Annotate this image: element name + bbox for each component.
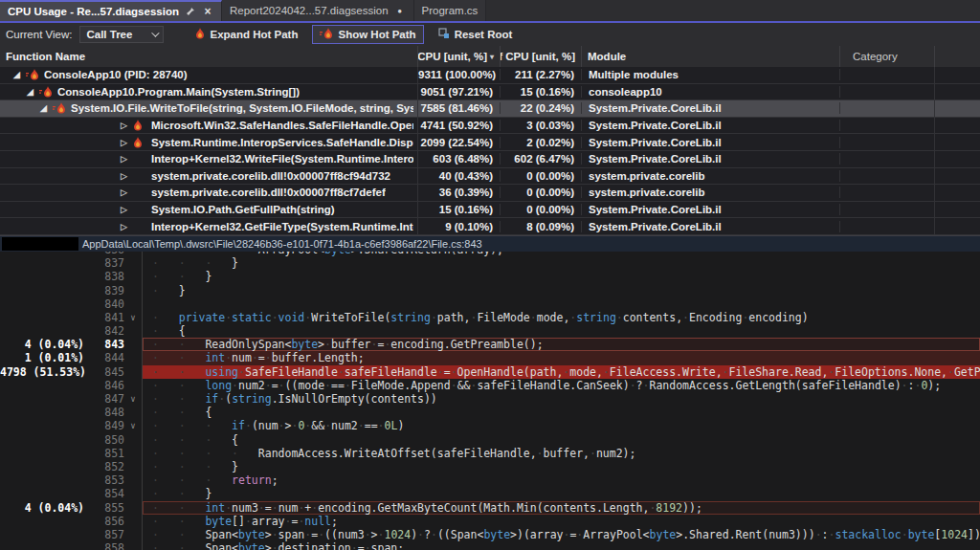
tree-expand-icon[interactable]: ▷ [119,222,129,231]
self-cpu-value: 211 (2.27%) [501,69,582,80]
code-text: · · · if·(num·>·0·&&·num2·==·0L) [142,419,980,432]
table-row[interactable]: ▷Interop+Kernel32.WriteFile(System.Runti… [0,151,980,168]
self-cpu-value: 2 (0.02%) [501,137,582,148]
tree-expand-icon[interactable]: ▷ [119,138,129,147]
code-line: 854· · } [0,487,980,500]
self-cpu-value: 15 (0.16%) [501,86,582,98]
cpu-heat-annotation [0,433,88,447]
self-cpu-value: 602 (6.47%) [501,153,582,165]
view-select-dropdown[interactable]: Call Tree [79,26,164,43]
table-row[interactable]: ▷system.private.corelib.dll!0x00007ff8cf… [0,168,980,186]
category-value [840,67,935,83]
document-tab-2[interactable]: Report2024042...57.diagsession● [222,0,414,21]
code-line: 4 (0.04%)843· · ReadOnlySpan<byte>·buffe… [0,338,980,351]
tree-expand-icon[interactable]: ▷ [119,187,129,197]
code-line: 850· · · { [0,433,980,447]
line-number: 856 [88,515,124,528]
module-value: Multiple modules [582,69,840,80]
tree-collapse-icon[interactable]: ◢ [38,103,49,113]
category-value [840,185,935,201]
line-number: 858 [88,541,124,550]
fold-chevron-icon[interactable]: ∨ [124,419,142,432]
view-select-value: Call Tree [86,29,132,40]
column-header-module[interactable]: Module [582,46,840,67]
reset-root-icon [438,28,450,39]
tree-expand-icon[interactable]: ▷ [119,121,129,130]
tree-collapse-icon[interactable]: ◢ [25,87,35,97]
table-row[interactable]: ◢System.IO.File.WriteToFile(string, Syst… [0,100,980,118]
line-number: 855 [88,501,124,515]
close-icon[interactable]: × [204,5,211,18]
tree-expand-icon[interactable]: ▷ [119,171,129,181]
module-value: System.Private.CoreLib.il [582,204,840,215]
table-row[interactable]: ▷Interop+Kernel32.GetFileType(System.Run… [0,218,980,235]
column-header-total-cpu[interactable]: Total CPU [unit, %]▾ [418,46,501,67]
document-tab-3[interactable]: Program.cs [414,0,487,21]
table-row[interactable]: ▷system.private.corelib.dll!0x00007ff8cf… [0,185,980,202]
code-text: · · · } [142,460,980,473]
column-header-self-cpu[interactable]: Self CPU [unit, %] [501,46,582,67]
vs-cpu-usage-window: CPU Usage - Re...57.diagsession×Report20… [0,0,980,550]
function-name: ConsoleApp10.Program.Main(System.String[… [57,86,300,98]
flame-icon [133,137,143,148]
category-value [840,218,935,234]
total-cpu-value: 15 (0.16%) [418,204,501,215]
total-cpu-value: 2099 (22.54%) [418,137,501,148]
pin-icon[interactable] [186,7,195,16]
fold-margin [124,324,142,338]
call-tree-table: Function Name Total CPU [unit, %]▾ Self … [0,46,980,235]
reset-root-button[interactable]: Reset Root [432,26,520,43]
module-value: System.Private.CoreLib.il [582,102,840,114]
code-line: 837· · · } [0,256,980,270]
category-value [840,134,935,150]
reset-root-icon [438,28,450,41]
column-header-category[interactable]: Category [840,46,935,67]
total-cpu-value: 7585 (81.46%) [418,102,501,114]
fold-chevron-icon[interactable]: ∨ [124,392,142,406]
call-tree-header-row: Function Name Total CPU [unit, %]▾ Self … [0,46,980,67]
code-text: · · · } [142,256,980,270]
show-hot-path-button[interactable]: Show Hot Path [312,25,423,44]
fold-margin [124,284,142,297]
code-line: 852· · · } [0,460,980,473]
tree-collapse-icon[interactable]: ◢ [11,70,22,79]
fold-margin [124,256,142,270]
source-code-editor[interactable]: 836· · · · ArrayPool<byte>.Shared.Return… [0,252,980,550]
table-row[interactable]: ▷System.Runtime.InteropServices.SafeHand… [0,134,980,151]
tree-expand-icon[interactable]: ▷ [119,205,129,214]
code-line: 849∨· · · if·(num·>·0·&&·num2·==·0L) [0,419,980,432]
fold-margin [124,460,142,473]
cpu-heat-annotation [0,528,88,541]
total-cpu-value: 36 (0.39%) [418,187,501,198]
table-row[interactable]: ◢ConsoleApp10.Program.Main(System.String… [0,84,980,101]
cpu-heat-annotation [0,406,88,419]
cpu-heat-annotation [0,379,88,392]
cpu-heat-annotation [0,284,88,297]
table-row[interactable]: ◢ConsoleApp10 (PID: 28740)9311 (100.00%)… [0,67,980,84]
fold-margin [124,501,142,515]
line-number: 838 [88,270,124,283]
document-tab-1[interactable]: CPU Usage - Re...57.diagsession× [0,0,222,21]
column-header-function-name[interactable]: Function Name [0,46,418,67]
code-text: · · using·SafeFileHandle·safeFileHandle·… [142,365,980,379]
table-row[interactable]: ▷System.IO.Path.GetFullPath(string)15 (0… [0,202,980,219]
redacted-user-path [2,237,78,251]
code-line: 853· · · return; [0,473,980,487]
fold-chevron-icon[interactable]: ∨ [124,311,142,324]
table-row[interactable]: ▷Microsoft.Win32.SafeHandles.SafeFileHan… [0,118,980,135]
fold-margin [124,528,142,541]
line-number: 857 [88,528,124,541]
cpu-heat-annotation [0,460,88,473]
line-number: 845 [88,365,124,379]
current-view-label: Current View: [6,29,72,40]
line-number: 853 [88,473,124,487]
line-number: 841 [88,311,124,324]
hotpath-flame-icon [26,69,39,80]
category-value [840,202,935,218]
expand-hot-path-button[interactable]: Expand Hot Path [189,26,304,43]
cpu-heat-annotation [0,541,88,550]
cpu-heat-annotation [0,392,88,406]
code-line: 848· · { [0,406,980,419]
fold-margin [124,433,142,447]
tree-expand-icon[interactable]: ▷ [119,154,129,164]
